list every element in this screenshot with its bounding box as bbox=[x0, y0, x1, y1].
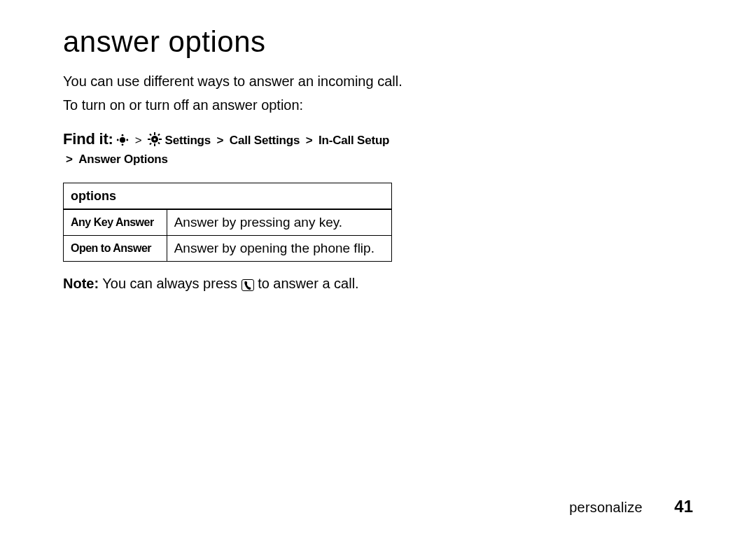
svg-rect-10 bbox=[149, 134, 152, 136]
svg-rect-13 bbox=[158, 134, 160, 136]
intro-line-1: You can use different ways to answer an … bbox=[63, 71, 693, 91]
manual-page: answer options You can use different way… bbox=[0, 0, 756, 536]
path-sep: > bbox=[217, 132, 224, 150]
svg-rect-7 bbox=[154, 143, 155, 146]
svg-point-3 bbox=[117, 139, 119, 141]
option-description: Answer by opening the phone flip. bbox=[167, 235, 391, 261]
path-sep: > bbox=[306, 132, 313, 150]
note-text-after: to answer a call. bbox=[254, 276, 359, 291]
svg-rect-9 bbox=[159, 139, 162, 140]
option-description: Answer by pressing any key. bbox=[167, 209, 391, 236]
note-label: Note: bbox=[63, 276, 99, 291]
svg-point-1 bbox=[122, 134, 124, 136]
path-segment-answer-options: Answer Options bbox=[78, 153, 168, 166]
find-it-path: Find it: > bbox=[63, 127, 693, 169]
find-it-label: Find it: bbox=[63, 130, 113, 148]
page-title: answer options bbox=[63, 25, 693, 59]
svg-rect-12 bbox=[149, 143, 152, 146]
options-table: options Any Key Answer Answer by pressin… bbox=[63, 183, 392, 262]
svg-rect-11 bbox=[158, 142, 160, 145]
svg-rect-8 bbox=[148, 139, 150, 140]
options-table-header: options bbox=[64, 183, 392, 209]
page-footer: personalize 41 bbox=[569, 497, 693, 516]
settings-gear-icon bbox=[148, 132, 162, 146]
svg-point-14 bbox=[153, 138, 155, 140]
option-key: Open to Answer bbox=[64, 235, 167, 261]
option-key: Any Key Answer bbox=[64, 209, 167, 236]
path-sep: > bbox=[135, 132, 142, 150]
send-key-icon bbox=[241, 279, 254, 291]
path-segment-call-settings: Call Settings bbox=[230, 134, 300, 147]
path-segment-settings: Settings bbox=[165, 134, 211, 147]
table-row: Any Key Answer Answer by pressing any ke… bbox=[64, 209, 392, 236]
page-number: 41 bbox=[674, 497, 693, 516]
svg-rect-6 bbox=[154, 132, 155, 135]
intro-line-2: To turn on or turn off an answer option: bbox=[63, 95, 693, 115]
section-name: personalize bbox=[569, 500, 643, 515]
svg-point-0 bbox=[120, 137, 125, 143]
svg-point-2 bbox=[122, 143, 124, 146]
note-line: Note: You can always press to answer a c… bbox=[63, 276, 693, 292]
table-row: Open to Answer Answer by opening the pho… bbox=[64, 235, 392, 261]
nav-key-icon bbox=[116, 134, 129, 146]
note-text-before: You can always press bbox=[99, 276, 241, 291]
path-sep: > bbox=[66, 150, 73, 169]
svg-point-4 bbox=[127, 139, 129, 141]
path-segment-incall-setup: In-Call Setup bbox=[318, 134, 389, 147]
